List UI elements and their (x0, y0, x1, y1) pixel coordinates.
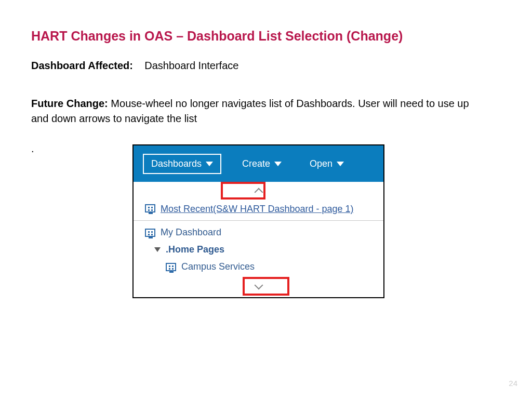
dropdown-triangle-icon (274, 162, 282, 166)
future-change-label: Future Change: (31, 98, 108, 109)
dashboards-menu-label: Dashboards (151, 158, 202, 169)
home-pages-folder[interactable]: .Home Pages (134, 241, 383, 258)
scroll-up-row[interactable] (134, 182, 383, 200)
affected-label: Dashboard Affected: (31, 60, 133, 71)
slide-title: HART Changes in OAS – Dashboard List Sel… (31, 29, 403, 44)
dashboards-menu[interactable]: Dashboards (143, 154, 221, 174)
embedded-screenshot: Dashboards Create Open Most Recent(S&W H… (132, 144, 384, 298)
dropdown-triangle-icon (337, 162, 344, 166)
stray-period: . (31, 143, 34, 155)
scroll-down-row[interactable] (134, 277, 383, 295)
dashboards-dropdown: Most Recent(S&W HART Dashboard - page 1)… (134, 182, 383, 297)
dashboard-icon (145, 229, 155, 237)
future-change-paragraph: Future Change: Mouse-wheel no longer nav… (31, 96, 483, 126)
affected-value: Dashboard Interface (144, 60, 238, 71)
chevron-down-icon (254, 281, 263, 289)
most-recent-link[interactable]: Most Recent(S&W HART Dashboard - page 1) (161, 203, 354, 215)
most-recent-item[interactable]: Most Recent(S&W HART Dashboard - page 1) (134, 200, 383, 218)
dashboard-affected-line: Dashboard Affected: Dashboard Interface (31, 60, 238, 72)
my-dashboard-label: My Dashboard (161, 227, 221, 238)
create-menu-label: Create (242, 158, 270, 169)
open-menu-label: Open (310, 158, 332, 169)
open-menu[interactable]: Open (302, 155, 351, 173)
dropdown-triangle-icon (206, 162, 213, 166)
chevron-up-icon (254, 188, 263, 196)
my-dashboard-item[interactable]: My Dashboard (134, 224, 383, 241)
page-number: 24 (509, 379, 517, 388)
dropdown-divider (134, 220, 383, 221)
campus-services-label: Campus Services (181, 261, 255, 272)
home-pages-label: .Home Pages (166, 244, 224, 255)
collapse-triangle-icon (154, 247, 161, 252)
campus-services-item[interactable]: Campus Services (134, 258, 383, 277)
dashboard-icon (166, 263, 176, 271)
dashboard-icon (145, 204, 155, 212)
oas-menubar: Dashboards Create Open (134, 145, 383, 182)
highlight-box-down (243, 277, 289, 296)
create-menu[interactable]: Create (235, 155, 289, 173)
